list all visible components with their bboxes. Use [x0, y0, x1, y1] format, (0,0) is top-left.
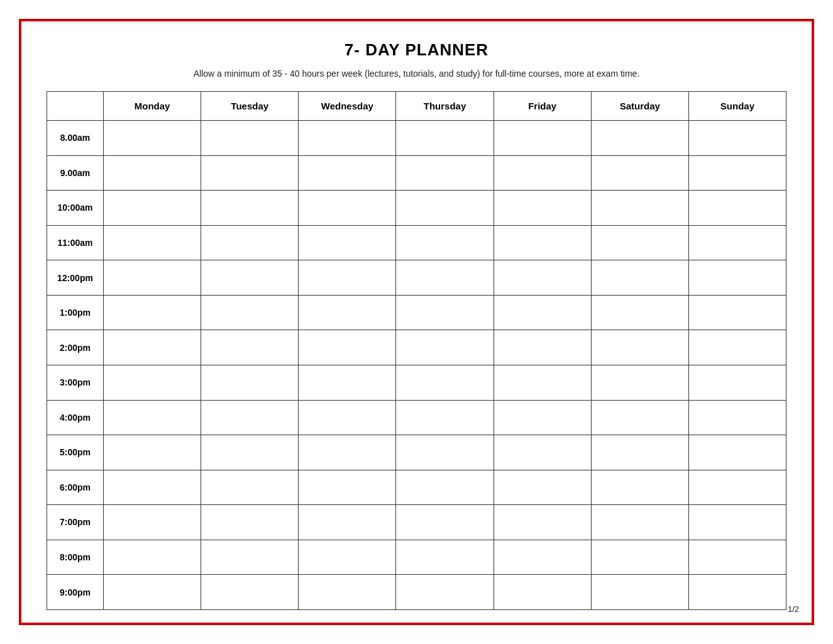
- schedule-cell[interactable]: [591, 365, 688, 400]
- schedule-cell[interactable]: [591, 540, 688, 575]
- schedule-cell[interactable]: [688, 121, 786, 156]
- schedule-cell[interactable]: [201, 505, 299, 540]
- schedule-cell[interactable]: [494, 191, 591, 226]
- schedule-cell[interactable]: [201, 155, 299, 191]
- schedule-cell[interactable]: [104, 330, 201, 365]
- schedule-cell[interactable]: [396, 505, 494, 540]
- schedule-cell[interactable]: [396, 540, 494, 575]
- schedule-cell[interactable]: [299, 330, 396, 365]
- schedule-cell[interactable]: [201, 575, 299, 610]
- schedule-cell[interactable]: [104, 400, 201, 435]
- schedule-cell[interactable]: [104, 575, 201, 610]
- schedule-cell[interactable]: [688, 505, 786, 540]
- schedule-cell[interactable]: [201, 295, 299, 330]
- schedule-cell[interactable]: [591, 400, 688, 435]
- time-cell-6: 2:00pm: [47, 330, 104, 365]
- schedule-cell[interactable]: [396, 435, 494, 470]
- schedule-cell[interactable]: [104, 365, 201, 400]
- schedule-cell[interactable]: [299, 435, 396, 470]
- schedule-cell[interactable]: [299, 295, 396, 330]
- schedule-cell[interactable]: [299, 365, 396, 400]
- schedule-cell[interactable]: [494, 435, 591, 470]
- schedule-cell[interactable]: [299, 575, 396, 610]
- schedule-cell[interactable]: [494, 260, 591, 296]
- schedule-cell[interactable]: [299, 191, 396, 226]
- schedule-cell[interactable]: [104, 260, 201, 296]
- schedule-cell[interactable]: [299, 470, 396, 505]
- schedule-cell[interactable]: [396, 330, 494, 365]
- schedule-cell[interactable]: [104, 191, 201, 226]
- schedule-cell[interactable]: [104, 121, 201, 156]
- schedule-cell[interactable]: [494, 470, 591, 505]
- schedule-cell[interactable]: [591, 260, 688, 296]
- schedule-cell[interactable]: [591, 155, 688, 191]
- schedule-cell[interactable]: [688, 295, 786, 330]
- schedule-cell[interactable]: [688, 330, 786, 365]
- schedule-cell[interactable]: [591, 470, 688, 505]
- schedule-cell[interactable]: [688, 470, 786, 505]
- schedule-cell[interactable]: [396, 260, 494, 296]
- schedule-cell[interactable]: [591, 330, 688, 365]
- schedule-cell[interactable]: [299, 225, 396, 260]
- schedule-cell[interactable]: [396, 365, 494, 400]
- schedule-cell[interactable]: [591, 191, 688, 226]
- schedule-cell[interactable]: [396, 295, 494, 330]
- schedule-cell[interactable]: [104, 155, 201, 191]
- schedule-cell[interactable]: [494, 295, 591, 330]
- schedule-cell[interactable]: [396, 575, 494, 610]
- schedule-cell[interactable]: [591, 295, 688, 330]
- schedule-cell[interactable]: [396, 400, 494, 435]
- schedule-cell[interactable]: [494, 575, 591, 610]
- schedule-cell[interactable]: [104, 435, 201, 470]
- schedule-cell[interactable]: [299, 540, 396, 575]
- schedule-cell[interactable]: [201, 330, 299, 365]
- schedule-cell[interactable]: [201, 470, 299, 505]
- schedule-cell[interactable]: [494, 365, 591, 400]
- schedule-cell[interactable]: [494, 505, 591, 540]
- schedule-cell[interactable]: [688, 540, 786, 575]
- schedule-cell[interactable]: [688, 575, 786, 610]
- time-cell-9: 5:00pm: [47, 435, 104, 470]
- schedule-cell[interactable]: [299, 121, 396, 156]
- schedule-cell[interactable]: [591, 435, 688, 470]
- schedule-cell[interactable]: [201, 225, 299, 260]
- schedule-cell[interactable]: [299, 505, 396, 540]
- schedule-cell[interactable]: [104, 225, 201, 260]
- schedule-cell[interactable]: [104, 295, 201, 330]
- schedule-cell[interactable]: [591, 575, 688, 610]
- schedule-cell[interactable]: [104, 540, 201, 575]
- schedule-cell[interactable]: [201, 540, 299, 575]
- schedule-cell[interactable]: [201, 121, 299, 156]
- schedule-cell[interactable]: [688, 260, 786, 296]
- schedule-cell[interactable]: [201, 400, 299, 435]
- schedule-cell[interactable]: [396, 155, 494, 191]
- schedule-cell[interactable]: [494, 155, 591, 191]
- schedule-cell[interactable]: [688, 435, 786, 470]
- schedule-cell[interactable]: [299, 155, 396, 191]
- schedule-cell[interactable]: [688, 155, 786, 191]
- schedule-cell[interactable]: [201, 435, 299, 470]
- schedule-cell[interactable]: [201, 260, 299, 296]
- schedule-cell[interactable]: [396, 470, 494, 505]
- schedule-cell[interactable]: [299, 400, 396, 435]
- schedule-cell[interactable]: [299, 260, 396, 296]
- schedule-cell[interactable]: [591, 121, 688, 156]
- schedule-cell[interactable]: [396, 191, 494, 226]
- schedule-cell[interactable]: [688, 191, 786, 226]
- schedule-cell[interactable]: [104, 505, 201, 540]
- schedule-cell[interactable]: [396, 225, 494, 260]
- schedule-cell[interactable]: [688, 225, 786, 260]
- schedule-cell[interactable]: [396, 121, 494, 156]
- schedule-cell[interactable]: [494, 225, 591, 260]
- schedule-cell[interactable]: [104, 470, 201, 505]
- schedule-cell[interactable]: [201, 365, 299, 400]
- schedule-cell[interactable]: [494, 540, 591, 575]
- schedule-cell[interactable]: [591, 225, 688, 260]
- schedule-cell[interactable]: [494, 330, 591, 365]
- schedule-cell[interactable]: [494, 121, 591, 156]
- schedule-cell[interactable]: [494, 400, 591, 435]
- schedule-cell[interactable]: [688, 365, 786, 400]
- schedule-cell[interactable]: [591, 505, 688, 540]
- schedule-cell[interactable]: [201, 191, 299, 226]
- schedule-cell[interactable]: [688, 400, 786, 435]
